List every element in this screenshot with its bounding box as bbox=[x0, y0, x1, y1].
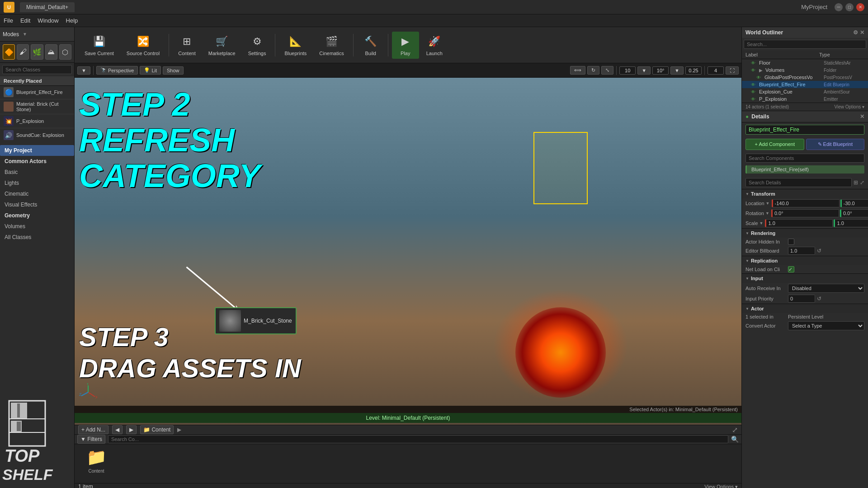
play-button[interactable]: ▶ Play bbox=[392, 32, 419, 59]
settings-button[interactable]: ⚙ Settings bbox=[243, 32, 272, 59]
eye-icon-p-explosion[interactable]: 👁 bbox=[751, 97, 755, 102]
rotate-button[interactable]: ↻ bbox=[587, 66, 599, 75]
source-control-button[interactable]: 🔀 Source Control bbox=[121, 32, 165, 59]
add-new-button[interactable]: + Add N... bbox=[78, 425, 108, 434]
nav-all-classes[interactable]: All Classes bbox=[0, 232, 74, 243]
input-priority-input[interactable] bbox=[788, 295, 815, 303]
actor-section-header[interactable]: Actor bbox=[742, 304, 868, 313]
content-browser-expand[interactable]: ⤢ bbox=[732, 426, 738, 434]
launch-button[interactable]: 🚀 Launch bbox=[421, 32, 448, 59]
forward-button[interactable]: ▶ bbox=[126, 425, 137, 434]
viewport-options-button[interactable]: ▼ bbox=[77, 66, 90, 75]
viewport[interactable]: STEP 2 REFRESH CATEGORY M_Brick_Cut_Ston bbox=[75, 78, 741, 425]
placed-item-fire[interactable]: 🔵 Blueprint_Effect_Fire bbox=[0, 86, 74, 99]
maximize-button[interactable]: □ bbox=[845, 3, 854, 11]
actor-name-input[interactable] bbox=[745, 125, 864, 135]
outliner-item-blueprint-fire[interactable]: 👁 Blueprint_Effect_Fire Edit Blueprin bbox=[742, 81, 868, 88]
auto-receive-select[interactable]: Disabled bbox=[788, 284, 864, 293]
blueprints-button[interactable]: 📐 Blueprints bbox=[279, 32, 312, 59]
rotation-dropdown-icon[interactable]: ▼ bbox=[765, 211, 769, 216]
search-classes-input[interactable] bbox=[2, 65, 72, 74]
add-component-button[interactable]: + Add Component bbox=[745, 139, 804, 150]
placed-item-explosion[interactable]: 💥 P_Explosion bbox=[0, 115, 74, 127]
details-close-icon[interactable]: ✕ bbox=[860, 113, 864, 120]
content-search-icon[interactable]: 🔍 bbox=[731, 436, 739, 443]
angle-snap-button[interactable]: ▼ bbox=[670, 66, 684, 75]
rendering-section-header[interactable]: Rendering bbox=[742, 228, 868, 238]
tool-select[interactable]: 🔶 bbox=[3, 44, 15, 60]
transform-section-header[interactable]: Transform bbox=[742, 189, 868, 198]
location-y-input[interactable] bbox=[840, 199, 868, 207]
details-search-input[interactable] bbox=[745, 178, 852, 187]
translate-button[interactable]: ⟺ bbox=[570, 66, 585, 75]
project-tab[interactable]: Minimal_Default+ bbox=[20, 2, 75, 12]
back-button[interactable]: ◀ bbox=[112, 425, 123, 434]
placed-item-material[interactable]: Material: Brick (Cut Stone) bbox=[0, 100, 74, 113]
show-button[interactable]: Show bbox=[163, 66, 184, 75]
outliner-search-input[interactable] bbox=[744, 40, 866, 49]
tool-foliage[interactable]: 🌿 bbox=[31, 44, 43, 60]
component-self-item[interactable]: Blueprint_Effect_Fire(self) bbox=[745, 165, 864, 174]
priority-reset-icon[interactable]: ↺ bbox=[817, 296, 821, 302]
actor-hidden-checkbox[interactable] bbox=[788, 239, 794, 245]
nav-cinematic[interactable]: Cinematic bbox=[0, 188, 74, 199]
content-folder-item[interactable]: 📁 Content bbox=[78, 448, 114, 479]
view-options-button[interactable]: View Options ▾ bbox=[704, 484, 738, 488]
eye-icon-volumes[interactable]: 👁 bbox=[751, 68, 755, 73]
grid-snap-button[interactable]: ▼ bbox=[637, 66, 651, 75]
eye-icon-fire[interactable]: 👁 bbox=[751, 82, 755, 87]
rotation-x-input[interactable] bbox=[771, 209, 839, 217]
net-load-checkbox[interactable]: ✓ bbox=[788, 266, 794, 272]
details-view-toggle[interactable]: ⊞ bbox=[854, 179, 858, 186]
scale-x-input[interactable] bbox=[765, 219, 833, 227]
filters-button[interactable]: ▼ Filters bbox=[77, 435, 105, 444]
nav-lights[interactable]: Lights bbox=[0, 178, 74, 188]
outliner-close-icon[interactable]: ✕ bbox=[860, 29, 864, 36]
content-search-input[interactable] bbox=[108, 435, 728, 443]
outliner-settings-icon[interactable]: ⚙ bbox=[853, 29, 858, 36]
replication-section-header[interactable]: Replication bbox=[742, 256, 868, 265]
folder-expand-icon[interactable]: ▶ bbox=[759, 68, 763, 73]
menu-help[interactable]: Help bbox=[66, 17, 78, 24]
nav-basic[interactable]: Basic bbox=[0, 167, 74, 178]
eye-icon-explosion-cue[interactable]: 👁 bbox=[751, 89, 755, 94]
outliner-item-p-explosion[interactable]: 👁 P_Explosion Emitter bbox=[742, 95, 868, 103]
minimize-button[interactable]: ─ bbox=[835, 3, 843, 11]
comp-search-input[interactable] bbox=[745, 154, 864, 163]
scale-button[interactable]: ⤡ bbox=[601, 66, 613, 75]
content-button[interactable]: ⊞ Content bbox=[173, 32, 201, 59]
location-x-input[interactable] bbox=[772, 199, 840, 207]
rotation-y-input[interactable] bbox=[840, 209, 868, 217]
eye-icon-global[interactable]: 👁 bbox=[756, 75, 761, 80]
perspective-button[interactable]: 🔭Perspective bbox=[96, 66, 138, 75]
scale-dropdown-icon[interactable]: ▼ bbox=[760, 221, 764, 225]
outliner-view-options[interactable]: View Options ▾ bbox=[834, 104, 864, 109]
tool-geometry[interactable]: ⬡ bbox=[59, 44, 71, 60]
nav-common-actors[interactable]: Common Actors bbox=[0, 156, 74, 167]
cinematics-button[interactable]: 🎬 Cinematics bbox=[314, 32, 349, 59]
save-current-button[interactable]: 💾 Save Current bbox=[79, 32, 119, 59]
tool-landscape[interactable]: ⛰ bbox=[45, 44, 57, 60]
build-button[interactable]: 🔨 Build bbox=[357, 32, 384, 59]
menu-file[interactable]: File bbox=[4, 17, 13, 24]
editor-billboard-input[interactable] bbox=[788, 247, 815, 255]
close-button[interactable]: ✕ bbox=[856, 3, 864, 11]
outliner-item-global-post[interactable]: 👁 GlobalPostProcessVo PostProcessV bbox=[742, 74, 868, 81]
details-expand-icon[interactable]: ⤢ bbox=[860, 179, 864, 186]
placed-item-sound[interactable]: 🔊 SoundCue: Explosion bbox=[0, 129, 74, 141]
eye-icon-floor[interactable]: 👁 bbox=[751, 61, 755, 66]
scale-y-input[interactable] bbox=[834, 219, 868, 227]
maximize-viewport-button[interactable]: ⛶ bbox=[726, 66, 739, 75]
content-path-button[interactable]: 📁 Content bbox=[140, 425, 174, 434]
outliner-item-explosion-cue[interactable]: 👁 Explosion_Cue AmbientSour bbox=[742, 88, 868, 95]
outliner-item-volumes[interactable]: 👁 ▶ Volumes Folder bbox=[742, 66, 868, 74]
marketplace-button[interactable]: 🛒 Marketplace bbox=[203, 32, 241, 59]
nav-visual-effects[interactable]: Visual Effects bbox=[0, 199, 74, 210]
menu-edit[interactable]: Edit bbox=[20, 17, 30, 24]
menu-window[interactable]: Window bbox=[38, 17, 58, 24]
outliner-item-floor[interactable]: 👁 Floor StaticMeshAr bbox=[742, 59, 868, 66]
location-dropdown-icon[interactable]: ▼ bbox=[766, 201, 770, 206]
lit-button[interactable]: 💡Lit bbox=[140, 66, 161, 75]
input-section-header[interactable]: Input bbox=[742, 273, 868, 283]
nav-my-project[interactable]: My Project bbox=[0, 145, 74, 156]
